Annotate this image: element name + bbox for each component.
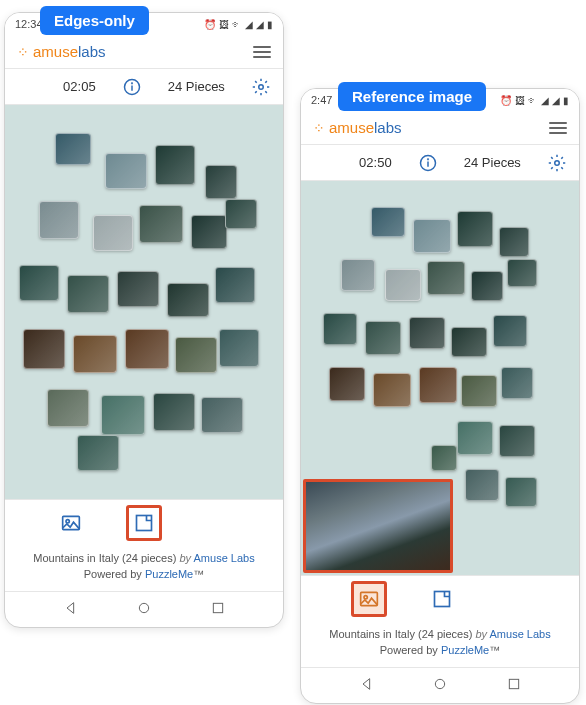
reference-image-button[interactable] <box>55 507 87 539</box>
puzzle-piece[interactable] <box>39 201 79 239</box>
puzzle-piece[interactable] <box>153 393 195 431</box>
puzzle-piece[interactable] <box>155 145 195 185</box>
puzzle-piece[interactable] <box>427 261 465 295</box>
puzzle-piece[interactable] <box>329 367 365 401</box>
hamburger-icon[interactable] <box>549 122 567 134</box>
reference-image-overlay[interactable] <box>303 479 453 573</box>
puzzle-piece[interactable] <box>323 313 357 345</box>
puzzle-play-area[interactable] <box>5 105 283 499</box>
pieces-label: 24 Pieces <box>464 155 521 170</box>
puzzle-piece[interactable] <box>493 315 527 347</box>
puzzle-piece[interactable] <box>507 259 537 287</box>
nav-home-icon[interactable] <box>432 676 448 695</box>
edges-only-button[interactable] <box>426 583 458 615</box>
alarm-icon: ⏰ <box>204 19 216 30</box>
gear-icon[interactable] <box>547 153 567 173</box>
brand-text-amuse: amuse <box>329 119 374 136</box>
puzzle-piece[interactable] <box>117 271 159 307</box>
puzzle-piece[interactable] <box>365 321 401 355</box>
svg-point-12 <box>555 160 560 165</box>
puzzle-piece[interactable] <box>451 327 487 357</box>
puzzle-piece[interactable] <box>191 215 227 249</box>
powered-text: Powered by <box>84 568 142 580</box>
svg-rect-15 <box>434 591 449 606</box>
brand-logo[interactable]: ⁘ amuselabs <box>313 119 402 136</box>
bottom-icon-bar <box>5 499 283 545</box>
puzzle-piece[interactable] <box>93 215 133 251</box>
nav-back-icon[interactable] <box>63 600 79 619</box>
puzzle-piece[interactable] <box>505 477 537 507</box>
brand-text-amuse: amuse <box>33 43 78 60</box>
puzzle-piece[interactable] <box>73 335 117 373</box>
puzzle-piece[interactable] <box>47 389 89 427</box>
nav-home-icon[interactable] <box>136 600 152 619</box>
puzzle-piece[interactable] <box>471 271 503 301</box>
puzzle-piece[interactable] <box>501 367 533 399</box>
puzzle-piece[interactable] <box>341 259 375 291</box>
edges-only-button[interactable] <box>126 505 162 541</box>
status-time: 2:47 <box>311 94 332 106</box>
puzzle-piece[interactable] <box>385 269 421 301</box>
puzzle-piece[interactable] <box>205 165 237 199</box>
svg-rect-4 <box>62 516 79 529</box>
battery-icon: ▮ <box>267 19 273 30</box>
svg-rect-13 <box>360 592 377 605</box>
puzzle-piece[interactable] <box>19 265 59 301</box>
puzzle-piece[interactable] <box>499 227 529 257</box>
author-link[interactable]: Amuse Labs <box>490 628 551 640</box>
bottom-icon-bar <box>301 575 579 621</box>
puzzle-piece[interactable] <box>465 469 499 501</box>
svg-rect-6 <box>136 515 151 530</box>
product-link[interactable]: PuzzleMe <box>145 568 193 580</box>
svg-rect-17 <box>509 679 518 688</box>
status-icons: ⏰ 🖼 ᯤ ◢ ◢ ▮ <box>500 95 569 106</box>
product-link[interactable]: PuzzleMe <box>441 644 489 656</box>
puzzle-piece[interactable] <box>225 199 257 229</box>
timer-label: 02:05 <box>63 79 96 94</box>
hamburger-icon[interactable] <box>253 46 271 58</box>
author-link[interactable]: Amuse Labs <box>194 552 255 564</box>
puzzle-piece[interactable] <box>215 267 255 303</box>
brand-logo[interactable]: ⁘ amuselabs <box>17 43 106 60</box>
puzzle-piece[interactable] <box>201 397 243 433</box>
puzzle-piece[interactable] <box>373 373 411 407</box>
nav-recent-icon[interactable] <box>506 676 522 695</box>
puzzle-piece[interactable] <box>175 337 217 373</box>
signal-icon: ◢ <box>552 95 560 106</box>
puzzle-piece[interactable] <box>457 421 493 455</box>
puzzle-piece[interactable] <box>371 207 405 237</box>
badge-edges-only: Edges-only <box>40 6 149 35</box>
puzzle-piece[interactable] <box>105 153 147 189</box>
puzzle-piece[interactable] <box>431 445 457 471</box>
puzzle-piece[interactable] <box>101 395 145 435</box>
puzzle-piece[interactable] <box>23 329 65 369</box>
puzzle-piece[interactable] <box>55 133 91 165</box>
puzzle-piece[interactable] <box>139 205 183 243</box>
info-icon[interactable] <box>122 77 142 97</box>
nav-back-icon[interactable] <box>359 676 375 695</box>
footer-credits: Mountains in Italy (24 pieces) by Amuse … <box>301 621 579 667</box>
menu-icon[interactable] <box>313 153 333 173</box>
puzzle-piece[interactable] <box>77 435 119 471</box>
puzzle-piece[interactable] <box>125 329 169 369</box>
puzzle-piece[interactable] <box>167 283 209 317</box>
gear-icon[interactable] <box>251 77 271 97</box>
badge-reference-image: Reference image <box>338 82 486 111</box>
nav-recent-icon[interactable] <box>210 600 226 619</box>
puzzle-piece[interactable] <box>413 219 451 253</box>
powered-text: Powered by <box>380 644 438 656</box>
puzzle-play-area[interactable] <box>301 181 579 575</box>
brand-text-labs: labs <box>374 119 402 136</box>
image-icon: 🖼 <box>515 95 525 106</box>
puzzle-piece[interactable] <box>461 375 497 407</box>
puzzle-piece[interactable] <box>67 275 109 313</box>
puzzle-piece[interactable] <box>409 317 445 349</box>
menu-icon[interactable] <box>17 77 37 97</box>
footer-credits: Mountains in Italy (24 pieces) by Amuse … <box>5 545 283 591</box>
info-icon[interactable] <box>418 153 438 173</box>
puzzle-piece[interactable] <box>499 425 535 457</box>
puzzle-piece[interactable] <box>457 211 493 247</box>
reference-image-button[interactable] <box>351 581 387 617</box>
puzzle-piece[interactable] <box>419 367 457 403</box>
puzzle-piece[interactable] <box>219 329 259 367</box>
